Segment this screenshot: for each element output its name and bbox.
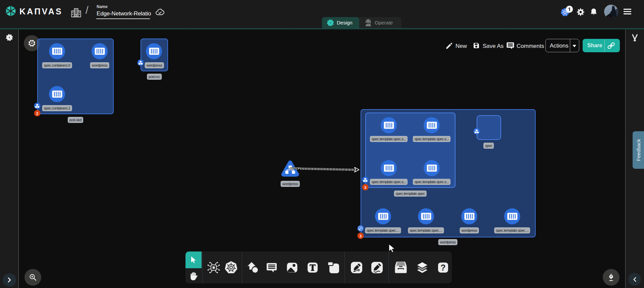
svg-text:?: ? xyxy=(440,263,445,272)
